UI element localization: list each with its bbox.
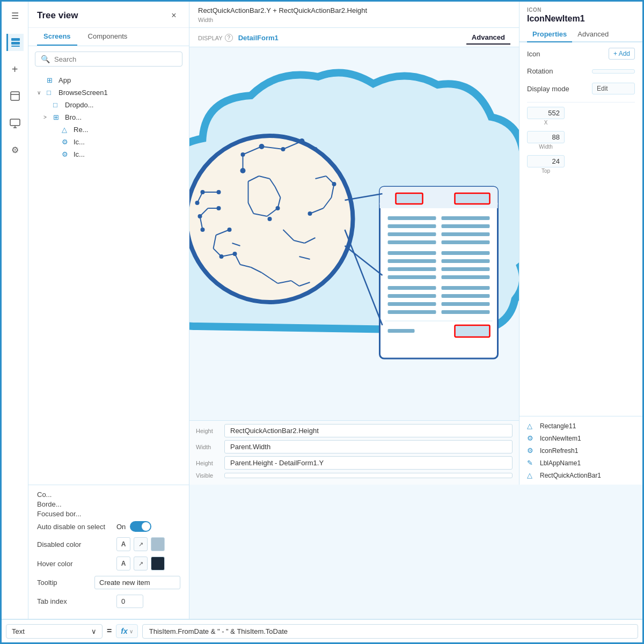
svg-rect-87 (388, 267, 436, 271)
component-item-iconrefresh1[interactable]: ⚙ IconRefresh1 (519, 444, 642, 457)
svg-point-65 (233, 252, 237, 256)
rectangle-icon: △ (527, 422, 537, 430)
color-label: Co... (37, 491, 180, 499)
formula-visible-input[interactable] (224, 473, 513, 478)
right-type-label: ICON (527, 7, 635, 13)
fx-chevron-icon: ∨ (129, 628, 133, 634)
component-item-label: RectQuickActionBar1 (540, 472, 601, 479)
svg-point-57 (217, 190, 221, 194)
auto-disable-row: Auto disable on select On (37, 521, 180, 532)
hover-letter-swatch[interactable]: A (116, 557, 130, 570)
formula-height2-label: Height (196, 460, 220, 466)
tabindex-label: Tab index (37, 597, 112, 605)
icon-add-button[interactable]: + Add (609, 48, 635, 60)
tab-screens[interactable]: Screens (37, 28, 77, 46)
svg-rect-90 (442, 275, 490, 279)
display-value: DetailForm1 (238, 34, 279, 42)
top-field-group: 24 Top (527, 155, 565, 174)
tooltip-input[interactable] (94, 576, 180, 589)
component-item-label: Rectangle11 (540, 422, 576, 430)
formula-height2-row: Height Parent.Height - DetailForm1.Y (196, 456, 513, 470)
tooltip-row: Tooltip (37, 576, 180, 589)
svg-point-60 (217, 206, 221, 210)
svg-rect-81 (388, 240, 436, 244)
auto-disable-toggle[interactable] (130, 521, 151, 532)
prop-row-icon: Icon + Add (527, 48, 635, 60)
rotation-input[interactable] (592, 69, 635, 74)
svg-point-53 (259, 144, 265, 149)
disabled-color-swatch[interactable] (151, 537, 165, 551)
nav-bar: ☰ + (2, 2, 28, 619)
tree-item-icon1[interactable]: ⚙ Ic... (28, 136, 189, 148)
hamburger-icon[interactable]: ☰ (6, 7, 24, 24)
svg-rect-3 (11, 92, 19, 100)
tree-close-button[interactable]: × (167, 9, 180, 22)
formula-height2-input[interactable]: Parent.Height - DetailForm1.Y (224, 456, 513, 470)
monitor-icon[interactable] (6, 114, 24, 131)
disabled-color-swatches: A ↗ (116, 537, 165, 551)
svg-rect-74 (455, 193, 490, 204)
formula-width-row: Width Parent.Width (196, 440, 513, 453)
formula-height-label: Height (196, 428, 220, 434)
equals-sign: = (107, 626, 112, 636)
focused-border-label: Focused bor... (37, 510, 180, 518)
svg-rect-88 (442, 267, 490, 271)
icon1-icon: ⚙ (62, 138, 70, 146)
hover-color-swatch[interactable] (151, 557, 165, 570)
database-icon[interactable] (6, 87, 24, 105)
width-field-group-wrapper: 88 Width (527, 131, 635, 150)
svg-rect-91 (388, 286, 436, 290)
tree-search-box[interactable]: 🔍 (35, 52, 182, 67)
formula-height-row: Height RectQuickActionBar2.Height (196, 424, 513, 437)
component-item-rectangle11[interactable]: △ Rectangle11 (519, 420, 642, 432)
iconnewitem-icon: ⚙ (527, 434, 537, 442)
cloud-svg (189, 63, 519, 385)
disabled-letter-swatch[interactable]: A (116, 537, 130, 551)
svg-point-69 (276, 206, 280, 210)
disabled-arrow-swatch[interactable]: ↗ (134, 537, 148, 551)
tabindex-input[interactable] (116, 595, 143, 608)
tree-item-browsescreen[interactable]: ∨ □ BrowseScreen1 (28, 86, 189, 99)
tab-advanced[interactable]: Advanced (466, 31, 510, 45)
svg-rect-98 (442, 310, 490, 314)
displaymode-input[interactable]: Edit (592, 83, 635, 94)
tree-item-app[interactable]: ⊞ App (28, 74, 189, 86)
tree-item-icon2[interactable]: ⚙ Ic... (28, 148, 189, 160)
tab-advanced[interactable]: Advanced (572, 27, 614, 42)
tree-item-re[interactable]: △ Re... (28, 123, 189, 136)
bottom-formula-expression[interactable]: ThisItem.FromDate & " - " & ThisItem.ToD… (142, 624, 638, 639)
svg-rect-76 (442, 216, 490, 220)
cloud-illustration-area (189, 47, 519, 420)
layers-icon[interactable] (6, 34, 24, 51)
tree-item-label: Dropdo... (65, 101, 93, 109)
x-input[interactable]: 552 (527, 107, 565, 119)
svg-rect-89 (388, 275, 436, 279)
tab-components[interactable]: Components (82, 28, 134, 46)
component-item-iconnewitem1[interactable]: ⚙ IconNewItem1 (519, 432, 642, 444)
top-input[interactable]: 24 (527, 155, 565, 167)
text-property-select[interactable]: Text ∨ (6, 624, 103, 639)
hover-color-label: Hover color (37, 560, 112, 568)
tree-item-bro[interactable]: > ⊞ Bro... (28, 111, 189, 123)
width-input[interactable]: 88 (527, 131, 565, 143)
tree-item-label: Ic... (74, 150, 85, 158)
tree-item-label: Ic... (74, 138, 85, 146)
formula-visible-row: Visible (196, 472, 513, 479)
dropdown-icon: □ (53, 101, 62, 109)
search-input[interactable] (54, 55, 177, 63)
display-bar: DISPLAY ? DetailForm1 Advanced (189, 28, 519, 47)
svg-rect-1 (11, 42, 20, 45)
tree-item-dropdown[interactable]: □ Dropdo... (28, 99, 189, 111)
fx-button[interactable]: fx ∨ (116, 624, 137, 638)
component-item-rectquickactionbar1[interactable]: △ RectQuickActionBar1 (519, 469, 642, 481)
formula-width-input[interactable]: Parent.Width (224, 440, 513, 453)
svg-rect-100 (388, 329, 415, 333)
plus-icon[interactable]: + (6, 61, 24, 78)
component-item-lblappname1[interactable]: ✎ LblAppName1 (519, 457, 642, 469)
tools-icon[interactable]: ⚙ (6, 141, 24, 158)
tree-item-label: Bro... (65, 113, 82, 121)
formula-height-input[interactable]: RectQuickActionBar2.Height (224, 424, 513, 437)
tab-properties[interactable]: Properties (527, 27, 572, 42)
select-label: Text (12, 627, 25, 635)
hover-arrow-swatch[interactable]: ↗ (134, 557, 148, 570)
